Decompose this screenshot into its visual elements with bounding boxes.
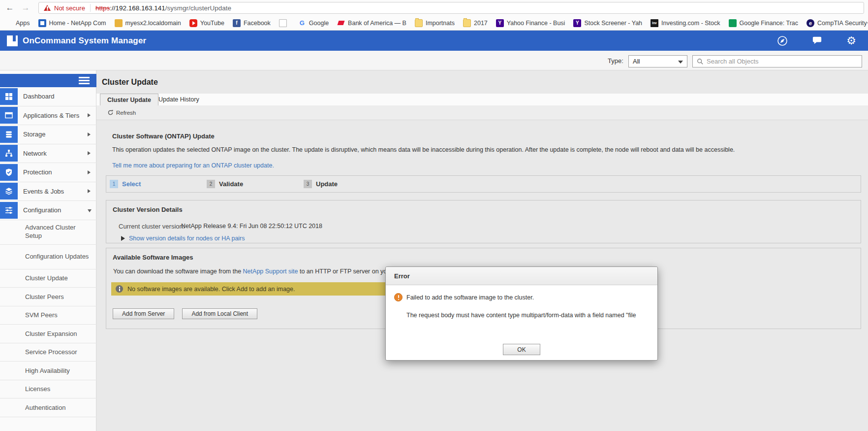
not-secure-label[interactable]: Not secure — [54, 4, 85, 12]
gfinance-favicon — [729, 19, 737, 27]
software-images-description: You can download the software image from… — [113, 268, 412, 275]
esx-favicon — [115, 19, 123, 27]
global-search[interactable] — [692, 55, 862, 67]
current-version-label: Current cluster version: — [119, 223, 185, 230]
sidebar-item-licenses[interactable]: Licenses — [0, 380, 96, 399]
tab-bar: Cluster Update Update History — [96, 94, 868, 105]
sidebar: Dashboard Applications & Tiers Storage N… — [0, 70, 96, 431]
url-divider — [90, 4, 91, 12]
ok-button[interactable]: OK — [503, 344, 540, 355]
step-number-badge: 3 — [304, 180, 312, 188]
step-validate: 2 Validate — [207, 180, 288, 188]
expand-triangle-icon — [121, 236, 125, 241]
investing-favicon: Inv — [651, 19, 658, 27]
app-title: OnCommand System Manager — [23, 36, 146, 46]
type-select-value: All — [633, 58, 640, 65]
bookmark-blank[interactable] — [279, 19, 290, 27]
bookmark-investing[interactable]: Inv Investing.com - Stock — [651, 19, 720, 27]
chevron-right-icon — [88, 133, 91, 136]
address-bar[interactable]: Not secure https://192.168.163.141/sysmg… — [38, 2, 864, 14]
type-label: Type: — [608, 57, 623, 65]
tab-cluster-update[interactable]: Cluster Update — [100, 94, 158, 106]
sidebar-item-svm-peers[interactable]: SVM Peers — [0, 306, 96, 325]
search-input[interactable] — [707, 58, 858, 65]
chevron-down-icon — [678, 61, 683, 64]
protection-shield-icon — [0, 164, 18, 181]
browser-toolbar: ← → Not secure https://192.168.163.141/s… — [0, 0, 868, 15]
sidebar-collapse-bar — [0, 74, 96, 87]
sidebar-item-configuration-updates[interactable]: Configuration Updates — [0, 245, 96, 269]
youtube-favicon — [189, 19, 197, 27]
cluster-version-details-panel: Cluster Version Details Current cluster … — [106, 200, 861, 243]
error-dialog: Error Failed to add the software image t… — [385, 266, 658, 361]
add-from-server-button[interactable]: Add from Server — [113, 308, 174, 319]
help-compass-icon[interactable] — [776, 35, 788, 47]
sidebar-item-cluster-peers[interactable]: Cluster Peers — [0, 288, 96, 306]
sidebar-item-service-processor[interactable]: Service Processor — [0, 343, 96, 362]
sidebar-item-high-availability[interactable]: High Availability — [0, 362, 96, 380]
events-jobs-layers-icon — [0, 183, 18, 199]
netapp-support-site-link[interactable]: NetApp Support site — [243, 268, 298, 275]
type-select[interactable]: All — [628, 55, 687, 67]
error-detail: The request body must have content type … — [406, 311, 644, 320]
error-icon — [394, 293, 403, 301]
sidebar-item-dashboard[interactable]: Dashboard — [0, 87, 96, 106]
browser-chrome: ← → Not secure https://192.168.163.141/s… — [0, 0, 868, 31]
sidebar-item-events-jobs[interactable]: Events & Jobs — [0, 182, 96, 201]
bookmark-comptia[interactable]: e CompTIA Security+ C — [806, 19, 868, 27]
step-update: 3 Update — [304, 180, 385, 188]
tab-update-history[interactable]: Update History — [152, 94, 206, 105]
yahoo-favicon: Y — [496, 19, 504, 27]
url-host: ://192.168.163.141 — [110, 4, 165, 12]
global-filter-bar: Type: All — [0, 51, 868, 70]
sidebar-item-network[interactable]: Network — [0, 144, 96, 164]
bookmark-bofa[interactable]: Bank of America — B — [337, 19, 406, 27]
url-path: /sysmgr/clusterUpdate — [165, 4, 231, 12]
sidebar-item-applications-tiers[interactable]: Applications & Tiers — [0, 106, 96, 126]
chevron-right-icon — [88, 113, 91, 117]
section-description: This operation updates the selected ONTA… — [112, 146, 850, 153]
hamburger-menu-icon[interactable] — [79, 77, 90, 84]
chevron-right-icon — [88, 170, 91, 174]
sidebar-item-cluster-update[interactable]: Cluster Update — [0, 269, 96, 288]
feedback-chat-icon[interactable] — [811, 35, 823, 47]
bookmark-google[interactable]: G Google — [298, 19, 329, 27]
bookmarks-bar: Apps Home - NetApp Com myesx2.localdomai… — [0, 15, 868, 31]
sidebar-item-configuration[interactable]: Configuration — [0, 201, 96, 220]
bookmark-yahoo-finance[interactable]: Y Yahoo Finance - Busi — [496, 19, 565, 27]
settings-gear-icon[interactable]: ⚙ — [845, 35, 857, 47]
url-scheme: https — [95, 4, 110, 12]
bookmark-google-finance[interactable]: Google Finance: Trac — [729, 19, 799, 27]
bookmark-netapp-home[interactable]: Home - NetApp Com — [38, 19, 106, 27]
apps-grid-icon — [5, 19, 13, 27]
add-from-local-client-button[interactable]: Add from Local Client — [182, 308, 257, 319]
sidebar-item-storage[interactable]: Storage — [0, 125, 96, 144]
bookmark-youtube[interactable]: YouTube — [189, 19, 224, 27]
sidebar-item-authentication[interactable]: Authentication — [0, 398, 96, 417]
sidebar-item-advanced-cluster-setup[interactable]: Advanced Cluster Setup — [0, 220, 96, 245]
sidebar-item-cluster-expansion[interactable]: Cluster Expansion — [0, 325, 96, 343]
dialog-title-bar[interactable]: Error — [386, 267, 657, 285]
search-icon — [697, 58, 704, 65]
bookmark-importnats-folder[interactable]: Importnats — [415, 19, 455, 27]
tell-me-more-link[interactable]: Tell me more about preparing for an ONTA… — [112, 162, 274, 169]
bookmark-stock-screener[interactable]: Y Stock Screener - Yah — [573, 19, 642, 27]
refresh-icon — [107, 109, 114, 116]
browser-forward-icon[interactable]: → — [20, 2, 31, 14]
bookmark-apps[interactable]: Apps — [5, 19, 30, 27]
app-header: OnCommand System Manager ⚙ — [0, 31, 868, 51]
bookmark-facebook[interactable]: f Facebook — [233, 19, 271, 27]
netapp-favicon — [38, 19, 46, 27]
facebook-favicon: f — [233, 19, 241, 27]
sidebar-item-protection[interactable]: Protection — [0, 163, 96, 182]
bookmark-2017-folder[interactable]: 2017 — [463, 19, 488, 27]
bookmark-myesx2[interactable]: myesx2.localdomain — [115, 19, 181, 27]
url-text[interactable]: https://192.168.163.141/sysmgr/clusterUp… — [95, 4, 231, 12]
browser-back-icon[interactable]: ← — [4, 2, 16, 14]
refresh-button[interactable]: Refresh — [107, 109, 136, 116]
section-heading: Cluster Software (ONTAP) Update — [112, 133, 215, 140]
show-version-details-toggle[interactable]: Show version details for nodes or HA pai… — [121, 235, 245, 242]
error-message: Failed to add the software image to the … — [406, 294, 534, 301]
dialog-title: Error — [394, 272, 410, 280]
page-title: Cluster Update — [102, 78, 158, 87]
